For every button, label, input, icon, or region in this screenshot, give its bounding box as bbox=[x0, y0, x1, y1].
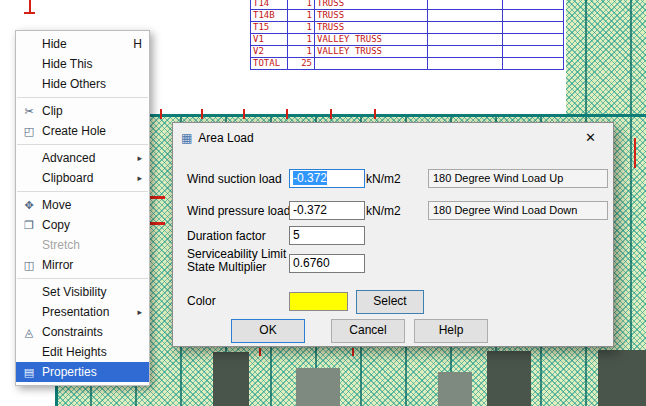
wind-suction-description: 180 Degree Wind Load Up bbox=[428, 169, 608, 188]
select-color-button[interactable]: Select bbox=[356, 290, 424, 314]
table-row: V2 1 VALLEY TRUSS bbox=[251, 46, 563, 58]
ok-button[interactable]: OK bbox=[231, 319, 305, 343]
menu-item-properties[interactable]: ▤ Properties bbox=[16, 362, 149, 382]
menu-item-mirror[interactable]: ◫ Mirror bbox=[16, 255, 149, 275]
table-cell bbox=[503, 58, 563, 69]
menu-item-stretch: Stretch bbox=[16, 235, 149, 255]
table-cell bbox=[503, 22, 563, 33]
red-dimension-mark bbox=[352, 348, 354, 356]
menu-item-clipboard[interactable]: Clipboard ▸ bbox=[16, 168, 149, 188]
area-load-dialog: ▦ Area Load ✕ Wind suction load -0.372 k… bbox=[172, 122, 614, 347]
menu-item-set-visibility[interactable]: Set Visibility bbox=[16, 282, 149, 302]
wind-suction-unit: kN/m2 bbox=[366, 172, 401, 186]
table-cell bbox=[428, 22, 503, 33]
duration-factor-label: Duration factor bbox=[187, 229, 266, 243]
table-row: V1 1 VALLEY TRUSS bbox=[251, 34, 563, 46]
table-cell bbox=[503, 10, 563, 21]
truss-desc: TRUSS bbox=[315, 0, 428, 9]
truss-mark: V2 bbox=[251, 46, 288, 57]
plan-block bbox=[598, 350, 646, 406]
plan-block bbox=[487, 351, 531, 406]
menu-item-label: Hide This bbox=[39, 57, 92, 71]
table-cell bbox=[503, 0, 563, 9]
table-row: T15 1 TRUSS bbox=[251, 22, 563, 34]
wind-suction-label: Wind suction load bbox=[187, 172, 282, 186]
truss-qty: 1 bbox=[288, 10, 315, 21]
menu-separator bbox=[17, 144, 148, 145]
dialog-titlebar[interactable]: ▦ Area Load ✕ bbox=[173, 123, 613, 152]
table-cell bbox=[428, 34, 503, 45]
menu-shortcut: H bbox=[133, 37, 142, 51]
table-cell bbox=[428, 10, 503, 21]
red-dimension-mark bbox=[286, 109, 288, 119]
red-dimension-mark bbox=[150, 222, 165, 225]
table-cell bbox=[428, 46, 503, 57]
menu-item-presentation[interactable]: Presentation ▸ bbox=[16, 302, 149, 322]
menu-item-advanced[interactable]: Advanced ▸ bbox=[16, 148, 149, 168]
menu-item-copy[interactable]: ❐ Copy bbox=[16, 215, 149, 235]
red-dimension-mark bbox=[374, 109, 376, 119]
table-cell bbox=[503, 46, 563, 57]
menu-item-label: Move bbox=[39, 198, 71, 212]
properties-icon: ▤ bbox=[19, 366, 39, 379]
menu-item-hide-this[interactable]: Hide This bbox=[16, 54, 149, 74]
cancel-button[interactable]: Cancel bbox=[331, 319, 405, 343]
plan-block bbox=[438, 372, 472, 406]
truss-qty: 1 bbox=[288, 34, 315, 45]
copy-icon: ❐ bbox=[19, 219, 39, 232]
truss-mark: TOTAL bbox=[251, 58, 288, 69]
red-dimension-mark bbox=[243, 109, 245, 119]
menu-item-label: Mirror bbox=[39, 258, 73, 272]
table-row: T14B 1 TRUSS bbox=[251, 10, 563, 22]
menu-item-move[interactable]: ✥ Move bbox=[16, 195, 149, 215]
menu-separator bbox=[17, 278, 148, 279]
menu-item-edit-heights[interactable]: Edit Heights bbox=[16, 342, 149, 362]
constraints-icon: ◬ bbox=[19, 326, 39, 339]
truss-desc: VALLEY TRUSS bbox=[315, 34, 428, 45]
menu-item-create-hole[interactable]: ◰ Create Hole bbox=[16, 121, 149, 141]
menu-separator bbox=[17, 97, 148, 98]
truss-qty: 1 bbox=[288, 46, 315, 57]
truss-mark: T15 bbox=[251, 22, 288, 33]
menu-item-label: Create Hole bbox=[39, 124, 106, 138]
truss-mark: T14 bbox=[251, 0, 288, 9]
wind-pressure-input[interactable]: -0.372 bbox=[289, 201, 365, 220]
truss-quantity-table: T14 1 TRUSS T14B 1 TRUSS T15 1 TRUSS V1 … bbox=[250, 0, 564, 70]
menu-item-label: Clip bbox=[39, 104, 63, 118]
menu-item-clip[interactable]: ✂ Clip bbox=[16, 101, 149, 121]
table-row-total: TOTAL 25 bbox=[251, 58, 563, 69]
close-icon[interactable]: ✕ bbox=[568, 123, 613, 152]
red-dimension-mark bbox=[24, 12, 35, 14]
wind-suction-input[interactable]: -0.372 bbox=[289, 169, 365, 188]
truss-desc: TRUSS bbox=[315, 10, 428, 21]
red-dimension-mark bbox=[160, 109, 162, 119]
truss-desc bbox=[315, 58, 428, 69]
mirror-icon: ◫ bbox=[19, 259, 39, 272]
chevron-right-icon: ▸ bbox=[137, 153, 142, 163]
menu-item-hide[interactable]: Hide H bbox=[16, 34, 149, 54]
help-button[interactable]: Help bbox=[414, 319, 488, 343]
color-label: Color bbox=[187, 294, 216, 308]
menu-item-label: Advanced bbox=[39, 151, 95, 165]
serviceability-label-line2: State Multiplier bbox=[187, 260, 266, 274]
menu-item-label: Set Visibility bbox=[39, 285, 106, 299]
table-cell bbox=[428, 0, 503, 9]
red-dimension-mark bbox=[330, 109, 332, 119]
menu-item-hide-others[interactable]: Hide Others bbox=[16, 74, 149, 94]
menu-separator bbox=[17, 191, 148, 192]
selected-input-text: -0.372 bbox=[293, 171, 327, 185]
menu-item-constraints[interactable]: ◬ Constraints bbox=[16, 322, 149, 342]
serviceability-multiplier-input[interactable]: 0.6760 bbox=[289, 254, 365, 273]
app-icon: ▦ bbox=[181, 131, 192, 145]
menu-item-label: Hide Others bbox=[39, 77, 106, 91]
truss-desc: TRUSS bbox=[315, 22, 428, 33]
truss-mark: T14B bbox=[251, 10, 288, 21]
menu-item-label: Hide bbox=[39, 37, 67, 51]
red-dimension-mark bbox=[634, 138, 636, 168]
wind-pressure-label: Wind pressure load bbox=[187, 204, 290, 218]
menu-item-label: Copy bbox=[39, 218, 70, 232]
duration-factor-input[interactable]: 5 bbox=[289, 226, 365, 245]
serviceability-label-line1: Serviceability Limit bbox=[187, 247, 286, 261]
table-cell bbox=[503, 34, 563, 45]
menu-item-label: Stretch bbox=[39, 238, 80, 252]
